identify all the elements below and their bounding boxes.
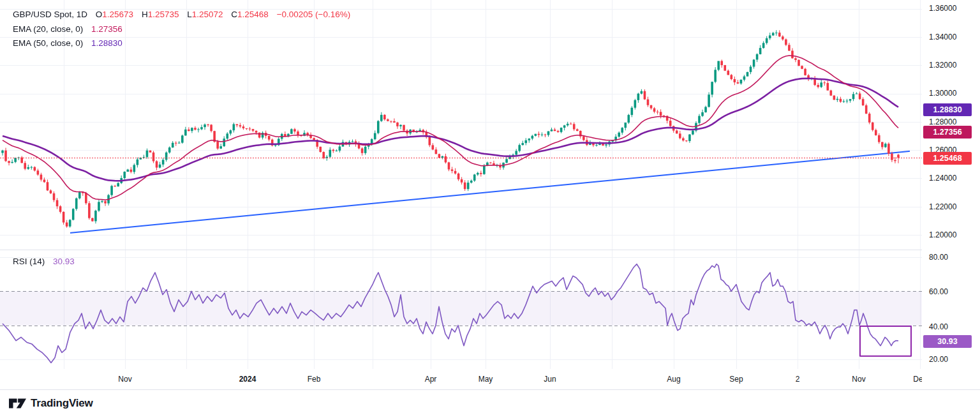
rsi-tick: 20.00 [929,355,948,364]
price-axis[interactable]: 1.36000 1.34000 1.32000 1.30000 1.28000 … [922,0,980,389]
ema50-price-badge: 1.28830 [923,103,972,116]
footer: TradingView [0,390,980,420]
time-label: Nov [852,375,865,384]
close-label: C [231,10,237,19]
symbol-legend-row[interactable]: GBP/USD Spot, 1D O1.25673 H1.25735 L1.25… [13,9,350,20]
price-tick: 1.28000 [929,117,956,126]
rsi-tick: 40.00 [929,322,948,331]
time-label: May [479,375,493,384]
high-value: 1.25735 [148,10,179,19]
low-label: L [187,10,192,19]
chart-canvas[interactable] [0,0,980,420]
tradingview-logo-text: TradingView [31,397,93,410]
price-tick: 1.34000 [929,33,956,41]
last-price-badge: 1.25468 [923,152,972,165]
rsi-tick: 80.00 [929,253,948,262]
tradingview-chart-page: GBP/USD Spot, 1D O1.25673 H1.25735 L1.25… [0,0,980,420]
time-label-year: 2024 [239,375,256,384]
low-value: 1.25072 [192,10,223,19]
symbol-title: GBP/USD Spot, 1D [13,10,87,19]
ema20-legend-row[interactable]: EMA (20, close, 0) 1.27356 [13,24,122,35]
price-tick: 1.20000 [929,230,956,239]
change-value: −0.00205 (−0.16%) [277,10,351,19]
open-value: 1.25673 [102,10,133,19]
time-label: Nov [118,375,131,384]
price-tick: 1.24000 [929,174,956,183]
rsi-value-badge: 30.93 [923,335,972,348]
ema50-legend-row[interactable]: EMA (50, close, 0) 1.28830 [13,38,122,49]
price-tick: 1.32000 [929,61,956,70]
time-label: Sep [729,375,743,384]
tradingview-logo-icon [9,398,26,409]
time-label: Feb [308,375,321,384]
rsi-legend-row[interactable]: RSI (14) 30.93 [13,256,75,267]
rsi-tick: 60.00 [929,287,948,296]
ema20-value: 1.27356 [91,24,122,34]
time-axis[interactable]: Nov 2024 Feb Apr May Jun Aug Sep 2 Nov D… [0,369,980,389]
open-label: O [96,10,103,19]
ema20-price-badge: 1.27356 [923,126,972,139]
time-label: Jun [544,375,556,384]
rsi-label: RSI (14) [13,257,45,266]
tradingview-logo[interactable]: TradingView [9,397,93,410]
price-tick: 1.30000 [929,89,956,98]
time-label: Apr [425,375,437,384]
time-label: Aug [667,375,680,384]
price-tick: 1.36000 [929,4,956,13]
ema20-label: EMA (20, close, 0) [13,24,83,34]
ema50-value: 1.28830 [91,38,122,48]
high-label: H [142,10,148,19]
close-value: 1.25468 [237,10,269,19]
time-label: 2 [796,375,800,384]
price-tick: 1.22000 [929,202,956,211]
rsi-value: 30.93 [53,257,75,266]
ema50-label: EMA (50, close, 0) [13,38,83,48]
